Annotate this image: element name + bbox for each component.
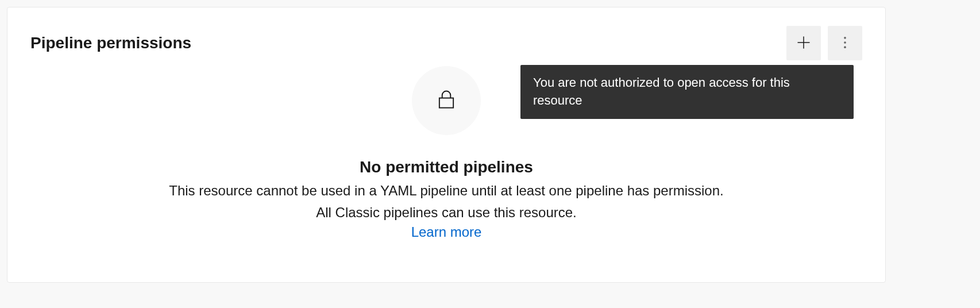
pipeline-permissions-panel: Pipeline permissions: [7, 7, 886, 283]
empty-state-description-line1: This resource cannot be used in a YAML p…: [169, 181, 723, 201]
more-options-button[interactable]: [828, 26, 862, 60]
panel-title: Pipeline permissions: [30, 34, 191, 52]
learn-more-link[interactable]: Learn more: [411, 224, 482, 240]
more-vertical-icon: [837, 34, 853, 52]
svg-point-4: [844, 46, 846, 48]
authorization-tooltip: You are not authorized to open access fo…: [520, 65, 854, 119]
svg-rect-5: [439, 98, 453, 108]
lock-icon-circle: [412, 66, 481, 135]
lock-icon: [438, 90, 455, 111]
empty-state-title: No permitted pipelines: [360, 158, 533, 176]
header-actions: [786, 26, 862, 60]
empty-state-description-line2: All Classic pipelines can use this resou…: [316, 203, 577, 222]
svg-point-3: [844, 41, 846, 44]
svg-point-2: [844, 36, 846, 38]
panel-header: Pipeline permissions: [30, 26, 862, 60]
add-button[interactable]: [786, 26, 821, 60]
plus-icon: [796, 34, 812, 52]
